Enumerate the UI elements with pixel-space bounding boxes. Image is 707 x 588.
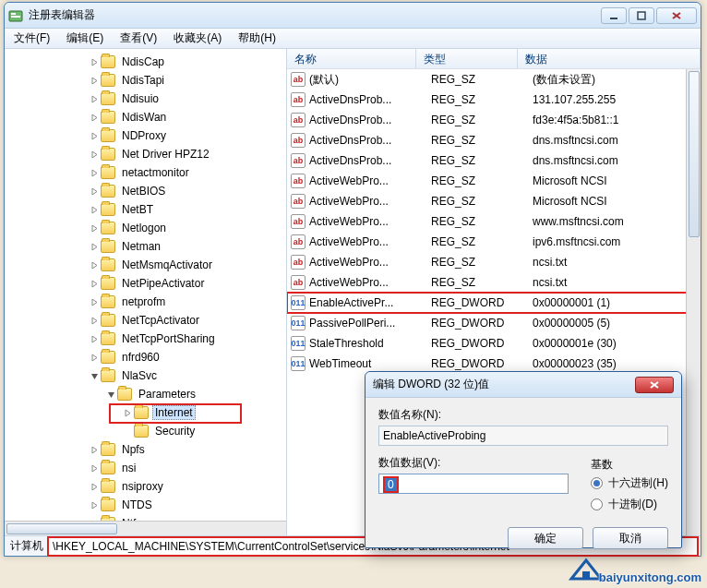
- tree-hscrollbar[interactable]: [5, 521, 286, 535]
- tree-item[interactable]: Parameters: [5, 385, 286, 403]
- tree-item[interactable]: NlaSvc: [5, 366, 286, 385]
- expand-icon[interactable]: [88, 261, 101, 270]
- tree-item[interactable]: netactmonitor: [5, 163, 286, 182]
- tree-item[interactable]: Netman: [5, 237, 286, 256]
- tree-item-label: NetBT: [119, 202, 156, 217]
- expand-icon[interactable]: [88, 206, 101, 214]
- value-name: EnableActivePr...: [309, 296, 431, 309]
- tree-item[interactable]: NetBIOS: [5, 182, 286, 200]
- folder-icon: [101, 277, 115, 290]
- value-name: ActiveWebPro...: [309, 276, 431, 289]
- value-row[interactable]: 011PassivePollPeri...REG_DWORD0x00000005…: [287, 313, 701, 333]
- value-data-input[interactable]: 0: [378, 474, 569, 494]
- expand-icon[interactable]: [88, 95, 101, 103]
- tree-item[interactable]: NetBT: [5, 200, 286, 219]
- ok-button[interactable]: 确定: [508, 527, 583, 549]
- close-button[interactable]: [656, 7, 697, 24]
- radio-dec[interactable]: 十进制(D): [591, 497, 668, 512]
- string-value-icon: ab: [291, 72, 306, 87]
- value-row[interactable]: ab(默认)REG_SZ(数值未设置): [287, 69, 701, 90]
- value-row[interactable]: 011StaleThresholdREG_DWORD0x0000001e (30…: [287, 333, 701, 354]
- cancel-button[interactable]: 取消: [593, 527, 668, 549]
- maximize-button[interactable]: [629, 7, 654, 24]
- expand-icon[interactable]: [88, 77, 101, 85]
- expand-icon[interactable]: [88, 464, 101, 473]
- folder-icon: [101, 351, 115, 364]
- expand-icon[interactable]: [88, 58, 101, 66]
- menu-favorites[interactable]: 收藏夹(A): [168, 29, 227, 48]
- tree-item[interactable]: NDProxy: [5, 126, 286, 145]
- col-data[interactable]: 数据: [518, 49, 701, 68]
- value-name: ActiveWebPro...: [309, 256, 431, 269]
- col-name[interactable]: 名称: [287, 49, 416, 68]
- list-header[interactable]: 名称 类型 数据: [287, 49, 701, 69]
- value-row[interactable]: abActiveWebPro...REG_SZwww.msftncsi.com: [287, 211, 701, 232]
- tree-item[interactable]: NetPipeActivator: [5, 274, 286, 293]
- value-row[interactable]: abActiveWebPro...REG_SZipv6.msftncsi.com: [287, 232, 701, 252]
- tree-item[interactable]: NetTcpPortSharing: [5, 330, 286, 348]
- value-data: (数值未设置): [533, 72, 701, 88]
- folder-icon: [101, 480, 115, 493]
- tree-item[interactable]: nfrd960: [5, 348, 286, 366]
- folder-icon: [101, 111, 115, 124]
- tree-item[interactable]: NdisTapi: [5, 71, 286, 90]
- expand-icon[interactable]: [88, 150, 101, 159]
- value-row[interactable]: abActiveWebPro...REG_SZncsi.txt: [287, 252, 701, 272]
- value-row[interactable]: abActiveDnsProb...REG_SZdns.msftncsi.com: [287, 150, 701, 171]
- expand-icon[interactable]: [88, 243, 101, 251]
- minimize-button[interactable]: [601, 7, 627, 24]
- tree-item-label: netprofm: [119, 294, 168, 309]
- tree-item[interactable]: NdisWan: [5, 108, 286, 126]
- tree-item[interactable]: Security: [5, 422, 286, 440]
- value-row[interactable]: abActiveWebPro...REG_SZncsi.txt: [287, 272, 701, 293]
- titlebar[interactable]: 注册表编辑器: [5, 3, 701, 29]
- tree-item[interactable]: Netlogon: [5, 219, 286, 237]
- tree-item[interactable]: nsi: [5, 459, 286, 477]
- dialog-close-button[interactable]: [635, 377, 674, 393]
- expand-icon[interactable]: [88, 446, 101, 454]
- tree-pane[interactable]: NdisCapNdisTapiNdisuioNdisWanNDProxyNet …: [5, 49, 287, 535]
- expand-icon[interactable]: [88, 280, 101, 288]
- tree-item[interactable]: NetTcpActivator: [5, 311, 286, 330]
- tree-item[interactable]: Ntfs: [5, 514, 286, 521]
- expand-icon[interactable]: [88, 298, 101, 306]
- tree-item[interactable]: NetMsmqActivator: [5, 256, 286, 274]
- expand-icon[interactable]: [104, 390, 117, 399]
- tree-item[interactable]: Net Driver HPZ12: [5, 145, 286, 163]
- col-type[interactable]: 类型: [416, 49, 518, 68]
- value-row[interactable]: abActiveWebPro...REG_SZMicrosoft NCSI: [287, 171, 701, 191]
- tree-item[interactable]: Npfs: [5, 440, 286, 459]
- menu-edit[interactable]: 编辑(E): [61, 29, 109, 48]
- expand-icon[interactable]: [88, 483, 101, 491]
- value-row[interactable]: 011EnableActivePr...REG_DWORD0x00000001 …: [287, 293, 701, 313]
- expand-icon[interactable]: [88, 354, 101, 362]
- value-row[interactable]: abActiveDnsProb...REG_SZdns.msftncsi.com: [287, 130, 701, 150]
- menu-help[interactable]: 帮助(H): [233, 29, 282, 48]
- value-name-field: EnableActiveProbing: [378, 426, 668, 446]
- expand-icon[interactable]: [88, 335, 101, 343]
- tree-item[interactable]: NTDS: [5, 496, 286, 514]
- dialog-titlebar[interactable]: 编辑 DWORD (32 位)值: [365, 372, 681, 398]
- expand-icon[interactable]: [88, 132, 101, 140]
- expand-icon[interactable]: [88, 224, 101, 233]
- menu-view[interactable]: 查看(V): [114, 29, 162, 48]
- tree-item[interactable]: netprofm: [5, 293, 286, 311]
- tree-item[interactable]: NdisCap: [5, 53, 286, 71]
- list-vscrollbar[interactable]: [686, 69, 701, 535]
- radio-hex[interactable]: 十六进制(H): [591, 475, 668, 491]
- menu-file[interactable]: 文件(F): [8, 29, 55, 48]
- expand-icon[interactable]: [88, 114, 101, 122]
- expand-icon[interactable]: [88, 169, 101, 177]
- expand-icon[interactable]: [88, 187, 101, 196]
- value-data: 0x00000023 (35): [533, 357, 701, 370]
- value-row[interactable]: abActiveWebPro...REG_SZMicrosoft NCSI: [287, 191, 701, 211]
- expand-icon[interactable]: [88, 317, 101, 325]
- value-row[interactable]: abActiveDnsProb...REG_SZfd3e:4f5a:5b81::…: [287, 110, 701, 130]
- expand-icon[interactable]: [88, 501, 101, 510]
- expand-icon[interactable]: [88, 372, 101, 380]
- folder-icon: [101, 55, 115, 68]
- tree-item[interactable]: nsiproxy: [5, 477, 286, 496]
- tree-item-label: Netlogon: [119, 221, 169, 235]
- tree-item[interactable]: Ndisuio: [5, 90, 286, 108]
- value-row[interactable]: abActiveDnsProb...REG_SZ131.107.255.255: [287, 90, 701, 110]
